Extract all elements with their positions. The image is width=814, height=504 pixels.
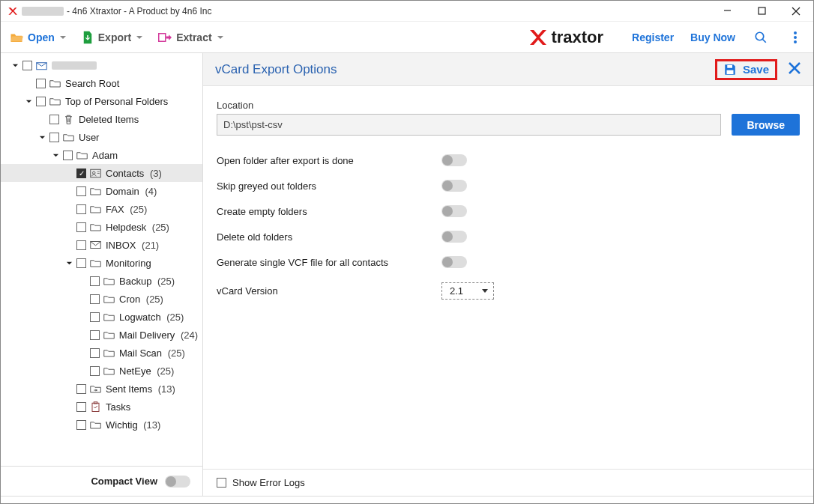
extract-icon (158, 31, 172, 43)
folder-icon (90, 222, 101, 233)
tree-caret-icon[interactable] (11, 61, 19, 70)
tree-item[interactable]: Sent Items (13) (1, 380, 202, 398)
tree-item[interactable]: User (1, 128, 202, 146)
folder-icon (76, 150, 88, 161)
tree-item[interactable]: INBOX (21) (1, 236, 202, 254)
tree-item[interactable]: Helpdesk (25) (1, 218, 202, 236)
tree-count: (25) (154, 365, 175, 377)
tree-item[interactable]: FAX (25) (1, 200, 202, 218)
tree-checkbox[interactable] (76, 384, 86, 394)
tasks-icon (90, 401, 101, 413)
tree-checkbox[interactable] (76, 240, 86, 250)
tree-checkbox[interactable] (49, 115, 59, 124)
tree-count: (21) (139, 240, 159, 251)
tree-checkbox[interactable] (76, 186, 86, 196)
folder-icon (103, 312, 115, 323)
tree-item[interactable]: Cron (25) (1, 290, 202, 308)
more-vertical-icon (789, 31, 801, 44)
tree-checkbox[interactable] (36, 97, 46, 106)
tree-item[interactable]: NetEye (25) (1, 362, 202, 380)
close-icon (788, 61, 801, 75)
tree-checkbox[interactable] (90, 312, 100, 322)
tree-item[interactable]: Search Root (1, 74, 202, 92)
option-label: Skip greyed out folders (217, 180, 441, 192)
register-link[interactable]: Register (632, 31, 674, 43)
tree-checkbox[interactable] (90, 348, 100, 358)
tree-item[interactable]: Monitoring (1, 254, 202, 272)
tree-item[interactable]: Backup (25) (1, 272, 202, 290)
tree-checkbox[interactable] (22, 61, 32, 70)
folder-icon (103, 365, 115, 377)
buy-now-link[interactable]: Buy Now (690, 31, 735, 43)
option-toggle[interactable] (441, 205, 467, 217)
more-button[interactable] (786, 28, 804, 46)
tree-label: Contacts (106, 168, 144, 179)
export-button[interactable]: Export (82, 31, 143, 44)
folder-icon (63, 132, 74, 143)
tree-caret-icon[interactable] (65, 259, 73, 267)
tree-checkbox[interactable] (76, 402, 86, 412)
browse-button[interactable]: Browse (732, 114, 800, 136)
svg-rect-19 (727, 65, 732, 68)
option-toggle[interactable] (441, 231, 467, 243)
show-error-logs-checkbox[interactable] (217, 478, 226, 488)
tree-checkbox[interactable] (76, 420, 86, 430)
tree-item[interactable] (1, 56, 202, 74)
tree-item[interactable]: Domain (4) (1, 182, 202, 200)
tree-checkbox[interactable] (76, 258, 86, 268)
tree-item[interactable]: Tasks (1, 398, 202, 416)
mail-icon (90, 240, 101, 251)
tree-caret-icon[interactable] (38, 133, 46, 142)
open-button[interactable]: Open (10, 31, 67, 43)
tree-checkbox[interactable] (90, 366, 100, 376)
tree-checkbox[interactable] (90, 330, 100, 340)
svg-point-8 (794, 36, 797, 39)
option-toggle[interactable] (441, 256, 467, 268)
panel-footer: Show Error Logs (203, 469, 813, 496)
tree-checkbox[interactable] (63, 151, 73, 160)
tree-label: Monitoring (106, 258, 151, 269)
sidebar: Search RootTop of Personal FoldersDelete… (1, 53, 203, 496)
minimize-button[interactable] (710, 1, 744, 22)
tree-item[interactable]: Mail Delivery (24) (1, 326, 202, 344)
tree-checkbox[interactable] (36, 79, 46, 88)
option-toggle[interactable] (441, 154, 467, 166)
compact-view-toggle[interactable] (165, 476, 190, 488)
tree-item[interactable]: Top of Personal Folders (1, 92, 202, 110)
tree-checkbox[interactable]: ✓ (76, 168, 86, 178)
tree-item[interactable]: Mail Scan (25) (1, 344, 202, 362)
close-button[interactable] (779, 1, 813, 22)
tree-item[interactable]: ✓Contacts (3) (1, 164, 202, 182)
folder-tree[interactable]: Search RootTop of Personal FoldersDelete… (1, 53, 202, 466)
tree-label: Logwatch (119, 312, 161, 323)
panel-title: vCard Export Options (215, 62, 337, 77)
svg-rect-1 (759, 7, 765, 14)
vcard-version-select[interactable]: 2.1 (441, 282, 494, 300)
tree-checkbox[interactable] (90, 294, 100, 304)
tree-item[interactable]: Deleted Items (1, 110, 202, 128)
tree-checkbox[interactable] (90, 276, 100, 286)
extract-button[interactable]: Extract (158, 31, 223, 43)
tree-count: (25) (154, 276, 175, 287)
search-button[interactable] (752, 28, 770, 46)
tree-caret-icon[interactable] (25, 97, 33, 106)
close-panel-button[interactable] (788, 61, 801, 77)
tree-caret-icon[interactable] (52, 151, 60, 160)
option-toggle[interactable] (441, 180, 467, 192)
svg-rect-18 (726, 70, 733, 73)
tree-label: Mail Delivery (119, 330, 175, 341)
option-label: Delete old folders (217, 231, 441, 243)
sidebar-footer: Compact View (1, 466, 202, 496)
tree-checkbox[interactable] (76, 204, 86, 214)
maximize-button[interactable] (744, 1, 779, 22)
tree-item[interactable]: Adam (1, 146, 202, 164)
svg-point-9 (794, 40, 797, 43)
tree-count: (25) (127, 204, 148, 215)
folder-icon (90, 258, 101, 269)
save-button[interactable]: Save (715, 59, 777, 80)
tree-item[interactable]: Logwatch (25) (1, 308, 202, 326)
tree-checkbox[interactable] (49, 133, 59, 142)
tree-item[interactable]: Wichtig (13) (1, 416, 202, 434)
tree-checkbox[interactable] (76, 222, 86, 232)
location-input[interactable] (217, 114, 721, 136)
